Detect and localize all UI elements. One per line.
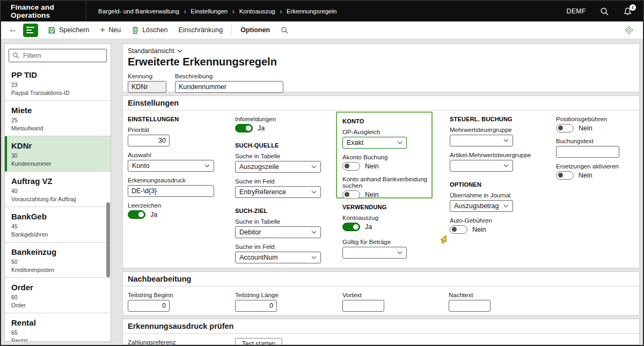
list-item-title: BankGeb: [11, 212, 104, 221]
page-title: Erweiterte Erkennungsregeln: [128, 56, 639, 68]
new-button[interactable]: + Neu: [96, 24, 125, 36]
list-item-number: 45: [11, 223, 104, 230]
list-item-bankeinzug[interactable]: Bankeinzug 50 Kreditorenposten: [5, 242, 111, 278]
mouse-cursor: [440, 235, 447, 244]
such-quelle-tabelle-select[interactable]: Auszugszeile: [235, 161, 321, 173]
delete-button[interactable]: Löschen: [127, 24, 172, 36]
list-item-pp-tid[interactable]: PP TID 23 Paypal Transaktions-ID: [5, 65, 111, 101]
list-item-bankgeb[interactable]: BankGeb 45 Bankgebühren: [5, 207, 111, 242]
ersetzungen-aktivieren-toggle[interactable]: [556, 171, 574, 180]
test-starten-button[interactable]: Test starten: [235, 338, 282, 345]
kennung-field: Kennung: [128, 73, 166, 93]
chevron-right-icon: ›: [280, 7, 282, 15]
chevron-right-icon: ›: [184, 7, 186, 15]
section-title: Nachbearbeitung: [128, 275, 191, 283]
nachbearbeitung-section-header[interactable]: Nachbearbeitung: [123, 272, 639, 286]
topbar-right: DEMF 1: [566, 7, 643, 16]
list-item-number: 50: [11, 259, 104, 265]
beschreibung-input[interactable]: [175, 81, 283, 93]
buchungstext-input[interactable]: [556, 146, 619, 158]
prioritaet-label: Priorität: [128, 127, 217, 133]
breadcrumb-kontoauszug[interactable]: Kontoauszug: [239, 8, 275, 14]
ersetzungen-aktivieren-field: Ersetzungen aktivieren Nein: [556, 163, 636, 180]
kontoauszug-toggle[interactable]: [342, 223, 360, 231]
filter-field: [9, 49, 107, 62]
panel-menu-button[interactable]: [23, 24, 38, 37]
company-selector[interactable]: DEMF: [566, 8, 586, 15]
list-item-title: Bankeinzug: [11, 247, 104, 256]
prioritaet-input[interactable]: [128, 135, 170, 146]
op-ausgleich-value: Exakt: [347, 139, 363, 146]
buchungstext-field: Buchungstext: [556, 138, 636, 158]
toolbar-search-button[interactable]: [276, 24, 293, 36]
options-menu-button[interactable]: Optionen: [236, 24, 274, 36]
such-quelle-feld-select[interactable]: EntryReference: [235, 186, 321, 198]
section-title: Erkennungsausdruck prüfen: [128, 322, 233, 330]
gueltig-fuer-betraege-select[interactable]: [342, 247, 407, 259]
list-item-miete[interactable]: Miete 25 Mietaufwand: [5, 101, 111, 136]
list-item-auftrag-vz[interactable]: Auftrag VZ 40 Vorauszahlung für Auftrag: [5, 172, 111, 207]
list-item-description: Rental: [11, 337, 104, 342]
list-item-description: Paypal Transaktions-ID: [11, 90, 104, 96]
list-item-number: 65: [11, 329, 104, 336]
breadcrumb-settings[interactable]: Einstellungen: [191, 8, 228, 14]
delete-button-label: Löschen: [142, 26, 167, 34]
mehrwertsteuergruppe-select[interactable]: [450, 135, 513, 146]
save-button-label: Speichern: [59, 26, 89, 34]
group-header-verwendung: VERWENDUNG: [342, 204, 431, 210]
positionsgebuehren-toggle[interactable]: [556, 124, 574, 132]
prioritaet-field: Priorität: [128, 127, 217, 146]
chevron-down-icon: [503, 204, 509, 208]
teilstring-beginn-input[interactable]: [128, 300, 170, 312]
artikel-mehrwertsteuergruppe-select[interactable]: [450, 160, 513, 172]
positionsgebuehren-label: Positionsgebühren: [556, 116, 636, 122]
such-quelle-tabelle-label: Suche in Tabelle: [235, 153, 324, 159]
auswahl-select[interactable]: Konto: [128, 160, 214, 172]
kennung-input[interactable]: [128, 81, 166, 93]
back-button[interactable]: ←: [6, 24, 21, 36]
nachtext-input[interactable]: [449, 300, 491, 312]
restriction-button-label: Einschränkung: [178, 26, 223, 34]
teilstring-laenge-input[interactable]: [235, 300, 277, 312]
infomeldungen-toggle[interactable]: [235, 124, 253, 132]
list-item-order[interactable]: Order 60 Order: [5, 278, 111, 313]
list-item-title: KDNr: [11, 141, 104, 150]
leerzeichen-toggle[interactable]: [128, 210, 145, 219]
view-selector-label: Standardansicht: [128, 47, 174, 55]
uebernahme-in-journal-select[interactable]: Auszugsbetrag: [450, 200, 513, 212]
breadcrumb-module[interactable]: Bargeld- und Bankverwaltung: [98, 8, 179, 14]
einstellungen-section-header[interactable]: Einstellungen: [123, 96, 639, 111]
views-button[interactable]: [620, 24, 638, 36]
list-item-title: PP TID: [11, 70, 104, 79]
vortext-input[interactable]: [342, 300, 384, 312]
such-ziel-feld-label: Suche im Feld: [235, 244, 324, 250]
restriction-button[interactable]: Einschränkung: [174, 24, 227, 36]
list-item-rental[interactable]: Rental 65 Rental: [5, 313, 111, 342]
pruefen-section-header[interactable]: Erkennungsausdruck prüfen: [123, 319, 639, 334]
infomeldungen-field: Infomeldungen Ja: [235, 116, 324, 132]
op-ausgleich-field: OP-Ausgleich Exakt: [342, 129, 426, 149]
search-button[interactable]: [600, 7, 609, 16]
view-selector[interactable]: Standardansicht: [128, 47, 182, 55]
leerzeichen-field: Leerzeichen Ja: [128, 202, 217, 219]
list-item-kdnr-selected[interactable]: KDNr 30 Kundennummer: [5, 136, 111, 172]
sidebar-scrollbar[interactable]: [106, 202, 110, 277]
such-ziel-tabelle-select[interactable]: Debitor: [235, 226, 321, 238]
erkennungsausdruck-field: Erkennungsausdruck: [128, 177, 217, 197]
uebernahme-in-journal-value: Auszugsbetrag: [454, 202, 499, 210]
search-icon: [12, 52, 19, 59]
trash-icon: [131, 26, 139, 34]
such-quelle-feld-field: Suche im Feld EntryReference: [235, 178, 324, 198]
notifications-button[interactable]: 1: [623, 7, 632, 16]
op-ausgleich-select[interactable]: Exakt: [342, 137, 407, 149]
konto-bankverbindung-toggle[interactable]: [342, 190, 360, 199]
filter-input[interactable]: [9, 49, 107, 62]
such-ziel-feld-select[interactable]: AccountNum: [235, 252, 321, 263]
auto-gebuehren-toggle[interactable]: [450, 225, 467, 234]
breadcrumb-erkennungsregeln[interactable]: Erkennungsregeln: [287, 8, 336, 14]
akonto-buchung-toggle[interactable]: [342, 162, 360, 171]
ersetzungen-aktivieren-state: Nein: [579, 172, 592, 179]
save-button[interactable]: Speichern: [43, 24, 93, 36]
erkennungsausdruck-input[interactable]: [128, 185, 214, 197]
app-title[interactable]: Finance and Operations: [1, 3, 86, 19]
